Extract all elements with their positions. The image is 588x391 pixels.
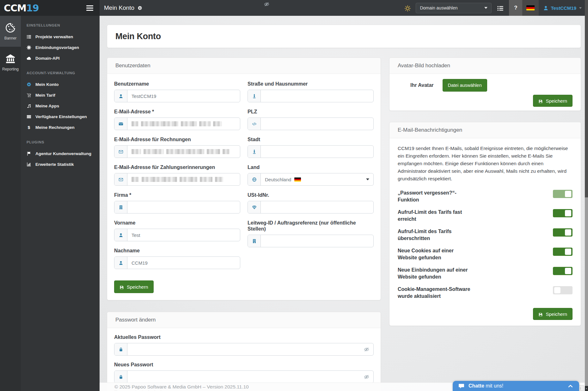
toggle-switch[interactable] [553,209,573,217]
lock-icon [114,343,127,355]
hamburger-menu-icon[interactable] [85,4,95,12]
redacted-text [207,149,220,154]
scrollbar-down-arrow[interactable]: ▼ [585,386,588,391]
sidebar-item-einbindungsvorlagen[interactable]: Einbindungsvorlagen [27,42,96,53]
text-input[interactable] [114,117,240,130]
gear-icon [27,82,31,87]
theme-sun-icon[interactable] [404,4,411,12]
notifications-save-button[interactable]: Speichern [533,308,573,320]
avatar-card: Avatar-Bild hochladen Ihr Avatar Datei a… [389,57,581,111]
benutzerdaten-card: Benutzerdaten BenutzernameTestCCM19E-Mai… [107,57,381,300]
text-input[interactable]: TestCCM19 [114,90,240,102]
text-input[interactable] [248,201,374,214]
bank-icon [5,53,16,64]
toggle-knob [565,249,571,255]
avatar-card-header: Avatar-Bild hochladen [389,58,581,74]
field-label: Nachname [114,248,240,254]
toggle-switch[interactable] [553,248,573,256]
list-icon [27,34,31,39]
page-title: Mein Konto [107,25,581,48]
redacted-text [144,149,164,154]
toggle-label: „Passwort vergessen?“-Funktion [398,189,471,203]
notification-row-neue-cookies-auf-einer-website-gefunden: Neue Cookies auf einer Website gefunden [398,247,573,261]
music-icon [27,104,31,108]
toggle-switch[interactable] [553,286,573,294]
country-select[interactable]: Deutschland [248,173,374,186]
redacted-text [141,121,178,126]
toggle-switch[interactable] [553,228,573,237]
sidebar-icon-rail: BannerReporting [0,16,21,391]
password-input[interactable] [114,343,374,356]
input-value: Test [132,232,140,238]
chevron-down-icon [484,7,487,9]
eye-slash-icon[interactable] [364,371,373,383]
redacted-text [132,121,138,126]
text-input[interactable] [114,145,240,158]
toggle-switch[interactable] [553,190,573,198]
text-input[interactable]: Test [114,229,240,241]
text-input[interactable] [248,90,374,102]
toggle-label: Neue Einbindungen auf einer Website gefu… [398,267,471,280]
rail-item-banner[interactable]: Banner [0,16,21,47]
eye-slash-icon[interactable] [364,343,373,355]
toggle-knob [565,210,571,216]
sidebar-menu: EINSTELLUNGENProjekte verwaltenEinbindun… [21,16,100,391]
domain-select[interactable]: Domain auswählen [416,3,492,13]
text-input[interactable] [248,145,374,158]
avatar-save-button[interactable]: Speichern [533,95,573,107]
sidebar-item-mein-konto[interactable]: Mein Konto [27,79,96,90]
text-input[interactable]: CCM19 [114,256,240,269]
save-icon [538,98,543,103]
notification-row-aufruf-limit-des-tarifs-fast-erreicht: Aufruf-Limit des Tarifs fast erreicht [398,209,573,223]
redacted-text [200,177,212,182]
field-nachname: NachnameCCM19 [114,248,240,269]
toggle-switch[interactable] [553,267,573,275]
sidebar-item-mein-tarif[interactable]: Mein Tarif [27,90,96,100]
scrollbar-thumb[interactable] [585,0,588,197]
sidebar-item-meine-rechnungen[interactable]: $Meine Rechnungen [27,122,96,133]
field-stadt: Stadt [248,136,374,158]
help-button[interactable]: ? [509,0,522,16]
lock-icon [114,371,127,383]
sidebar-item-agentur-kundenverwaltung[interactable]: Agentur Kundenverwaltung [27,148,96,159]
benutzerdaten-save-button[interactable]: Speichern [114,280,154,293]
field-e-mail-adresse-für-rechnungen: E-Mail-Adresse für Rechnungen [114,136,240,158]
sidebar-item-label: Verfügbare Einstellungen [35,114,87,119]
rows-icon [27,114,31,119]
redacted-text [166,149,204,154]
text-input[interactable] [114,173,240,186]
language-button[interactable] [522,0,539,16]
chevron-down-icon [366,178,369,180]
chat-widget[interactable]: Chatte mit uns! [453,381,579,391]
sidebar-item-label: Agentur Kundenverwaltung [35,151,91,156]
sidebar-item-domain-api[interactable]: Domain-API [27,53,96,63]
sidebar-item-erweiterte-statistik[interactable]: Erweiterte Statistik [27,159,96,170]
text-input[interactable] [248,235,374,247]
field-label: Vorname [114,220,240,226]
sidebar-item-verfügbare-einstellungen[interactable]: Verfügbare Einstellungen [27,111,96,122]
user-name: TestCCM19 [551,5,576,11]
choose-file-button[interactable]: Datei auswählen [443,79,487,92]
sidebar-item-projekte-verwalten[interactable]: Projekte verwalten [27,31,96,42]
toggle-label: Neue Cookies auf einer Website gefunden [398,247,471,261]
select-value: Deutschland [265,177,291,182]
sidebar-item-label: Erweiterte Statistik [35,162,74,167]
ccm19-logo[interactable]: CCM19 [4,3,39,14]
list-view-icon[interactable] [497,4,504,12]
text-input[interactable] [114,201,240,214]
rail-item-reporting[interactable]: Reporting [0,47,21,78]
scrollbar[interactable]: ▼ [585,0,588,391]
text-input[interactable] [248,117,374,130]
password-input[interactable] [114,370,374,383]
main-content: Mein Konto Benutzerdaten BenutzernameTes… [100,16,585,391]
app-root: CCM19 Mein Konto Domain auswählen ? Test… [0,0,588,391]
field-ust-idnr: USt-IdNr. [248,192,374,214]
user-menu[interactable]: TestCCM19 [543,5,582,11]
password-visibility-icon[interactable] [264,1,269,7]
field-firma: Firma * [114,192,240,214]
field-label: Leitweg-ID / Auftragsreferenz (nur öffen… [248,220,374,232]
field-label: E-Mail-Adresse für Zahlungserinnerungen [114,164,240,170]
sidebar-item-meine-apps[interactable]: Meine Apps [27,100,96,111]
page-settings-gear-icon[interactable] [138,4,142,11]
street-icon [248,90,261,102]
